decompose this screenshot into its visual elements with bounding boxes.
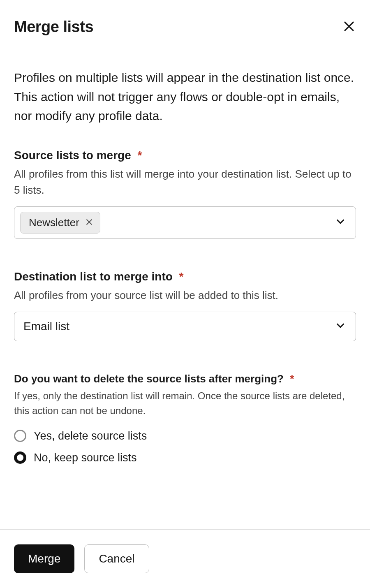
close-button[interactable]	[342, 19, 356, 35]
source-lists-field: Source lists to merge * All profiles fro…	[14, 149, 356, 239]
source-lists-select[interactable]: Newsletter	[14, 206, 356, 239]
dialog-footer: Merge Cancel	[0, 529, 370, 588]
delete-source-field: Do you want to delete the source lists a…	[14, 373, 356, 464]
destination-list-select[interactable]: Email list	[14, 312, 356, 341]
radio-yes-label: Yes, delete source lists	[34, 430, 147, 442]
chip-remove-button[interactable]	[85, 218, 93, 227]
destination-list-label: Destination list to merge into *	[14, 270, 356, 283]
source-lists-label: Source lists to merge *	[14, 149, 356, 162]
destination-list-help: All profiles from your source list will …	[14, 287, 356, 303]
delete-source-label-text: Do you want to delete the source lists a…	[14, 373, 284, 385]
cancel-button[interactable]: Cancel	[84, 544, 149, 573]
merge-button[interactable]: Merge	[14, 544, 74, 573]
chevron-down-icon	[334, 215, 347, 229]
dialog-title: Merge lists	[14, 18, 93, 36]
destination-list-field: Destination list to merge into * All pro…	[14, 270, 356, 341]
dialog-header: Merge lists	[0, 0, 370, 54]
destination-list-label-text: Destination list to merge into	[14, 270, 173, 283]
x-icon	[85, 218, 93, 227]
required-marker: *	[290, 373, 294, 385]
radio-icon	[14, 451, 26, 464]
radio-icon	[14, 430, 26, 442]
intro-text: Profiles on multiple lists will appear i…	[14, 68, 356, 126]
chip-newsletter: Newsletter	[20, 212, 100, 234]
dialog-body: Profiles on multiple lists will appear i…	[0, 54, 370, 529]
required-marker: *	[138, 149, 142, 162]
radio-no-label: No, keep source lists	[34, 451, 137, 464]
delete-source-help: If yes, only the destination list will r…	[14, 389, 356, 418]
chevron-down-icon	[334, 319, 347, 333]
close-icon	[342, 19, 356, 35]
chip-label: Newsletter	[29, 216, 79, 229]
radio-no-keep[interactable]: No, keep source lists	[14, 451, 356, 464]
delete-source-label: Do you want to delete the source lists a…	[14, 373, 356, 385]
destination-list-value: Email list	[20, 320, 69, 333]
radio-yes-delete[interactable]: Yes, delete source lists	[14, 430, 356, 442]
source-lists-help: All profiles from this list will merge i…	[14, 166, 356, 198]
source-lists-label-text: Source lists to merge	[14, 149, 131, 162]
required-marker: *	[179, 270, 184, 283]
